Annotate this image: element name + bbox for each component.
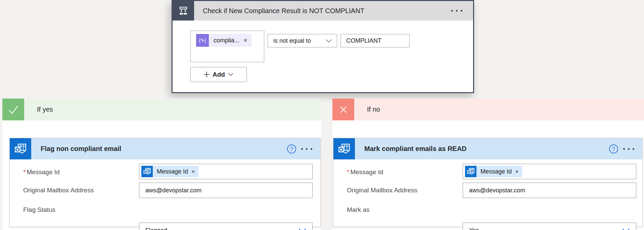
- condition-operand-field[interactable]: {✎} complia... ✕: [190, 31, 264, 62]
- mailbox-input[interactable]: aws@devopstar.com: [463, 183, 636, 198]
- action-card-title: Mark compliant emails as READ: [364, 145, 467, 153]
- remove-token-button[interactable]: ✕: [191, 169, 198, 174]
- outlook-icon: [141, 166, 153, 177]
- remove-token-button[interactable]: ✕: [243, 38, 251, 43]
- message-id-input[interactable]: Message Id ✕: [463, 164, 636, 179]
- flow-designer-canvas: Check if New Compliance Result is NOT CO…: [0, 0, 644, 230]
- message-id-input[interactable]: Message Id ✕: [139, 164, 313, 179]
- add-condition-button[interactable]: Add: [190, 67, 247, 82]
- chevron-down-icon: [325, 39, 332, 43]
- action-card-header[interactable]: Flag non compliant email ?: [10, 138, 320, 159]
- chevron-down-icon: [622, 228, 630, 230]
- action-card-header[interactable]: Mark compliant emails as READ ?: [333, 138, 642, 159]
- if-no-label: If no: [367, 106, 380, 113]
- chevron-down-icon: [298, 228, 306, 230]
- if-yes-label: If yes: [37, 106, 53, 113]
- token-label: Message Id: [153, 168, 191, 175]
- mailbox-label: Original Mailbox Address: [347, 186, 419, 195]
- message-id-token[interactable]: Message Id ✕: [141, 166, 198, 177]
- add-button-label: Add: [213, 71, 225, 78]
- mark-as-value: Yes: [463, 227, 479, 230]
- operator-value: is not equal to: [273, 37, 311, 44]
- message-id-token[interactable]: Message Id ✕: [465, 166, 522, 177]
- token-label: Message Id: [476, 168, 514, 175]
- token-label: complia...: [209, 37, 243, 44]
- flag-status-label: Flag Status: [23, 205, 95, 214]
- condition-operator-dropdown[interactable]: is not equal to: [268, 34, 337, 47]
- flag-status-dropdown[interactable]: Flagged: [139, 223, 313, 230]
- mailbox-value: aws@devopstar.com: [139, 187, 201, 194]
- if-yes-branch-header[interactable]: If yes: [2, 99, 321, 120]
- message-id-label: *Message Id: [23, 168, 95, 177]
- outlook-icon: [10, 138, 31, 159]
- mark-as-dropdown[interactable]: Yes: [463, 223, 636, 230]
- chevron-down-icon: [228, 73, 233, 76]
- ellipsis-icon: [451, 10, 453, 12]
- expression-icon: {✎}: [196, 34, 209, 47]
- x-icon: [332, 99, 354, 120]
- check-icon: [2, 99, 24, 120]
- condition-card[interactable]: Check if New Compliance Result is NOT CO…: [172, 0, 474, 93]
- ellipsis-icon: [623, 148, 625, 150]
- if-no-branch-header[interactable]: If no: [332, 99, 644, 120]
- required-marker: *: [347, 168, 349, 176]
- action-card-flag-non-compliant-email[interactable]: Flag non compliant email ? *Message Id: [9, 138, 321, 227]
- condition-card-header[interactable]: Check if New Compliance Result is NOT CO…: [173, 1, 473, 21]
- plus-icon: [204, 72, 210, 77]
- help-icon[interactable]: ?: [287, 144, 296, 153]
- condition-more-options-button[interactable]: [449, 8, 464, 14]
- required-marker: *: [23, 168, 26, 176]
- message-id-label: *Message Id: [347, 168, 419, 177]
- action-card-mark-compliant-read[interactable]: Mark compliant emails as READ ? *Message…: [333, 138, 643, 227]
- flag-status-value: Flagged: [139, 227, 167, 230]
- mailbox-label: Original Mailbox Address: [23, 186, 95, 195]
- ellipsis-icon: [301, 148, 303, 150]
- remove-token-button[interactable]: ✕: [514, 169, 522, 174]
- condition-card-body: {✎} complia... ✕ is not equal to COMPLIA…: [173, 21, 473, 92]
- mark-as-label: Mark as: [347, 205, 419, 214]
- dynamic-content-token[interactable]: {✎} complia... ✕: [196, 34, 251, 47]
- condition-value-text: COMPLIANT: [346, 37, 381, 44]
- mailbox-input[interactable]: aws@devopstar.com: [139, 183, 313, 198]
- outlook-icon: [333, 138, 355, 159]
- condition-value-input[interactable]: COMPLIANT: [340, 34, 410, 47]
- action-card-title: Flag non compliant email: [41, 145, 121, 153]
- mailbox-value: aws@devopstar.com: [463, 187, 525, 194]
- condition-branch-icon: [173, 1, 194, 21]
- action-more-options-button[interactable]: [621, 146, 636, 152]
- help-icon[interactable]: ?: [609, 144, 618, 153]
- action-more-options-button[interactable]: [299, 146, 314, 152]
- condition-card-title: Check if New Compliance Result is NOT CO…: [203, 7, 364, 15]
- outlook-icon: [465, 166, 476, 177]
